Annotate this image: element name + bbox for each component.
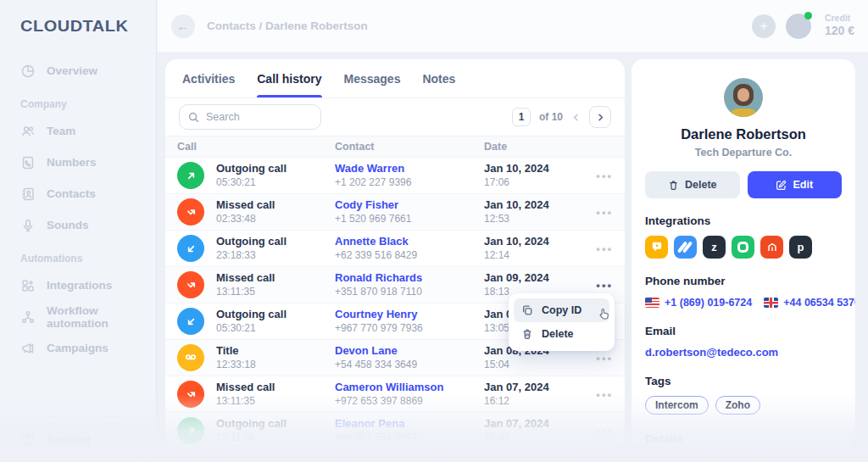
- contact-phone: +62 339 516 8429: [335, 249, 484, 263]
- search-box[interactable]: [179, 104, 321, 130]
- grid-plus-icon: [20, 278, 36, 293]
- back-button[interactable]: ←: [171, 14, 195, 38]
- delete-contact-button[interactable]: Delete: [645, 171, 740, 198]
- call-date: Jan 10, 2024: [484, 198, 584, 213]
- edit-contact-button[interactable]: Edit: [748, 171, 843, 198]
- contact-name-link[interactable]: Ronald Richards: [335, 271, 484, 286]
- contact-phone: +351 870 918 7110: [335, 286, 484, 299]
- context-menu-delete[interactable]: Delete: [514, 322, 609, 346]
- call-duration: 13:11:35: [216, 431, 335, 445]
- phone-number-us[interactable]: +1 (869) 019-6724: [645, 297, 752, 309]
- sidebar-item-label: Team: [47, 125, 75, 137]
- row-menu-icon[interactable]: [584, 206, 613, 219]
- sidebar-item-sounds[interactable]: Sounds: [0, 209, 156, 241]
- livechat-icon[interactable]: [645, 236, 668, 259]
- contact-phone: +1 520 969 7661: [335, 213, 484, 226]
- contact-phone: +86 857 584 0997: [335, 431, 484, 445]
- call-type: Outgoing call: [216, 417, 335, 431]
- sidebar-section-automations: Automations: [0, 241, 156, 270]
- table-row[interactable]: Missed call02:33:48 Cody Fisher+1 520 96…: [165, 194, 625, 231]
- tag-intercom[interactable]: Intercom: [645, 396, 709, 415]
- user-avatar[interactable]: [786, 14, 811, 39]
- table-row[interactable]: Outgoing call13:11:35 Eleanor Pena+86 85…: [165, 413, 625, 449]
- helpscout-icon[interactable]: [674, 236, 697, 259]
- search-input[interactable]: [206, 111, 312, 123]
- pagination: 1 of 10: [512, 106, 611, 128]
- phone-number-value: +1 (869) 019-6724: [665, 297, 752, 309]
- row-menu-icon[interactable]: [584, 242, 613, 255]
- contact-name-link[interactable]: Eleanor Pena: [335, 417, 484, 431]
- tab-activities[interactable]: Activities: [182, 59, 235, 97]
- details-title: Details: [645, 432, 842, 445]
- add-button[interactable]: +: [752, 14, 776, 38]
- table-row[interactable]: Outgoing call05:30:21 Wade Warren+1 202 …: [165, 158, 625, 194]
- edit-button-label: Edit: [793, 179, 813, 191]
- call-history-card: Activities Call history Messages Notes 1…: [165, 59, 625, 449]
- magento-icon[interactable]: [760, 236, 783, 259]
- row-menu-icon[interactable]: [584, 388, 613, 401]
- contact-phone: +967 770 979 7936: [335, 322, 484, 336]
- online-status-dot: [804, 12, 812, 19]
- call-type: Outgoing call: [216, 162, 335, 176]
- us-flag-icon: [645, 298, 659, 308]
- row-menu-icon[interactable]: [584, 352, 613, 365]
- pipedrive-icon[interactable]: p: [789, 236, 812, 259]
- contact-name-link[interactable]: Wade Warren: [335, 162, 484, 176]
- contact-detail-panel: Darlene Robertson Tech Departure Co. Del…: [632, 59, 855, 449]
- previous-page-icon[interactable]: [571, 113, 581, 122]
- tab-notes[interactable]: Notes: [422, 59, 455, 97]
- row-menu-icon[interactable]: [584, 170, 613, 182]
- sidebar-item-integrations[interactable]: Integrations: [0, 270, 156, 301]
- call-duration: 13:11:35: [216, 395, 335, 409]
- sidebar-item-workflow-automation[interactable]: Workflow automation: [0, 301, 156, 332]
- sidebar-item-team[interactable]: Team: [0, 115, 156, 147]
- table-row[interactable]: Outgoing call23:18:33 Annette Black+62 3…: [165, 231, 625, 267]
- shopify-icon[interactable]: [732, 236, 754, 259]
- plus-icon: +: [760, 18, 768, 35]
- phone-number-uk[interactable]: +44 06534 537009: [764, 297, 855, 309]
- contact-phone: +972 653 397 8869: [335, 395, 484, 409]
- contact-company: Tech Departure Co.: [645, 147, 842, 159]
- sidebar-item-support[interactable]: Support: [0, 424, 156, 455]
- row-menu-icon[interactable]: [584, 425, 613, 437]
- call-type: Missed call: [216, 381, 335, 395]
- row-menu-icon[interactable]: [584, 279, 613, 292]
- missed-call-icon: [177, 198, 204, 225]
- call-date: Jan 10, 2024: [484, 162, 584, 176]
- contact-name-link[interactable]: Annette Black: [335, 235, 484, 249]
- context-menu-copy-id[interactable]: Copy ID: [514, 298, 609, 322]
- call-duration: 02:33:48: [216, 213, 335, 226]
- sidebar-item-overview[interactable]: Overview: [0, 55, 156, 86]
- page-number-box[interactable]: 1: [512, 108, 531, 126]
- phone-number-title: Phone number: [645, 275, 842, 287]
- call-type: Outgoing call: [216, 308, 335, 322]
- uk-flag-icon: [764, 298, 778, 308]
- column-header-call: Call: [177, 141, 335, 153]
- contact-name-link[interactable]: Cody Fisher: [335, 198, 484, 213]
- zendesk-icon[interactable]: z: [703, 236, 726, 259]
- contact-name-link[interactable]: Devon Lane: [335, 344, 484, 359]
- voicemail-icon: [177, 344, 204, 371]
- tab-messages[interactable]: Messages: [344, 59, 401, 97]
- sidebar-item-campaigns[interactable]: Campaigns: [0, 332, 156, 364]
- sidebar-item-label: Workflow automation: [47, 304, 136, 330]
- contact-avatar: [724, 78, 763, 117]
- tab-call-history[interactable]: Call history: [257, 59, 321, 97]
- call-time: 12:14: [484, 249, 584, 263]
- phone-doc-icon: [20, 155, 36, 170]
- sidebar-item-numbers[interactable]: Numbers: [0, 147, 156, 178]
- credit-value: 120 €: [825, 24, 854, 39]
- sidebar-item-label: Contacts: [47, 187, 96, 200]
- delete-button-label: Delete: [685, 179, 717, 191]
- sidebar-item-label: Support: [47, 433, 91, 446]
- contact-name-link[interactable]: Cameron Williamson: [335, 381, 484, 395]
- tab-bar: Activities Call history Messages Notes: [165, 59, 625, 98]
- tag-zoho[interactable]: Zoho: [715, 396, 760, 415]
- table-row[interactable]: Missed call13:11:35 Cameron Williamson+9…: [165, 376, 625, 413]
- sidebar-item-contacts[interactable]: Contacts: [0, 178, 156, 209]
- next-page-button[interactable]: [589, 106, 611, 128]
- hand-cursor-icon: [597, 307, 611, 321]
- call-type: Missed call: [216, 198, 335, 213]
- email-link[interactable]: d.robertson@tedeco.com: [645, 346, 842, 359]
- contact-name-link[interactable]: Courtney Henry: [335, 308, 484, 322]
